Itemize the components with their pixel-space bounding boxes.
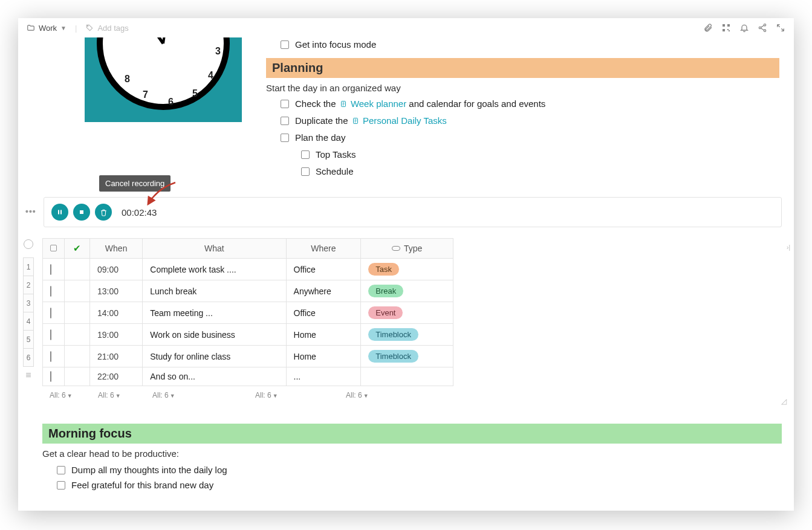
- row-number[interactable]: 5: [23, 330, 34, 349]
- table-row[interactable]: 19:00Work on side businessHomeTimeblock: [43, 324, 453, 346]
- pause-recording-button[interactable]: [51, 204, 68, 221]
- folder-icon: [27, 24, 35, 32]
- row-number[interactable]: 2: [23, 276, 34, 294]
- morning-focus-header: Morning focus: [42, 424, 782, 444]
- cell-where[interactable]: Office: [286, 259, 361, 280]
- footer-cell[interactable]: All: 6▼: [145, 389, 248, 402]
- item-text: Check the Week planner and calendar for …: [295, 99, 545, 109]
- header-type[interactable]: Type: [361, 239, 453, 259]
- attachment-icon[interactable]: [703, 23, 713, 33]
- row-number[interactable]: 6: [23, 348, 34, 367]
- cell-type[interactable]: Task: [361, 259, 453, 280]
- planning-item-1: Duplicate the Personal Daily Tasks: [266, 114, 779, 131]
- add-row-button[interactable]: ≡: [23, 370, 34, 381]
- table-row[interactable]: 13:00Lunch breakAnywhereBreak: [43, 280, 453, 302]
- svg-rect-13: [80, 210, 83, 214]
- header-where[interactable]: Where: [286, 239, 361, 259]
- top-bar: Work ▼ | Add tags: [18, 18, 794, 37]
- cell-type[interactable]: Event: [361, 302, 453, 324]
- table-header-row: ✔ When What Where Type: [43, 239, 453, 259]
- footer-cell[interactable]: All: 6▼: [42, 389, 91, 402]
- recording-block: Cancel recording ••• 00:02:4: [42, 197, 782, 227]
- doc-icon: [352, 116, 359, 123]
- qr-icon[interactable]: [721, 23, 731, 33]
- expand-columns-icon[interactable]: ›|: [787, 244, 790, 251]
- cell-what[interactable]: And so on...: [143, 367, 286, 386]
- cell-type[interactable]: Timeblock: [361, 324, 453, 346]
- header-checkbox-col[interactable]: [43, 239, 65, 259]
- type-pill: Event: [368, 306, 403, 319]
- row-checkbox[interactable]: [50, 351, 51, 362]
- row-select-all[interactable]: [24, 239, 33, 249]
- schedule-table: ✔ When What Where Type 09:00Complete wor…: [42, 238, 453, 386]
- check-icon: ✔: [73, 243, 81, 253]
- row-number[interactable]: 4: [23, 312, 34, 331]
- footer-cell[interactable]: All: 6▼: [339, 389, 420, 402]
- checkbox[interactable]: [57, 481, 65, 490]
- stop-recording-button[interactable]: [73, 204, 90, 221]
- breadcrumb[interactable]: Work: [39, 24, 57, 33]
- checkbox[interactable]: [301, 167, 310, 176]
- cell-when[interactable]: 21:00: [90, 346, 143, 367]
- chevron-down-icon[interactable]: ▼: [60, 25, 67, 31]
- cell-what[interactable]: Work on side business: [143, 324, 286, 346]
- add-tags[interactable]: Add tags: [97, 24, 128, 33]
- checkbox[interactable]: [57, 466, 65, 474]
- item-text: Plan the day: [295, 132, 345, 143]
- cell-when[interactable]: 22:00: [90, 367, 143, 386]
- table-row[interactable]: 22:00And so on......: [43, 367, 453, 386]
- cell-where[interactable]: Anywhere: [286, 280, 361, 302]
- row-checkbox[interactable]: [50, 371, 51, 382]
- cell-where[interactable]: Home: [286, 324, 361, 346]
- cell-when[interactable]: 09:00: [90, 259, 143, 280]
- checkbox[interactable]: [281, 100, 289, 108]
- cell-what[interactable]: Team meeting ...: [143, 302, 286, 324]
- planning-header: Planning: [266, 58, 779, 78]
- header-done-col[interactable]: ✔: [65, 239, 90, 259]
- row-gutter: 1 2 3 4 5 6 ≡: [23, 257, 34, 381]
- checkbox[interactable]: [301, 150, 310, 159]
- row-checkbox[interactable]: [50, 264, 51, 275]
- checkbox[interactable]: [281, 40, 289, 49]
- cell-where[interactable]: Home: [286, 346, 361, 367]
- cell-type[interactable]: Timeblock: [361, 346, 453, 367]
- checkbox[interactable]: [281, 134, 289, 142]
- footer-cell[interactable]: All: 6▼: [248, 389, 339, 402]
- item-text: Duplicate the Personal Daily Tasks: [295, 115, 447, 126]
- row-number[interactable]: 3: [23, 294, 34, 312]
- row-checkbox[interactable]: [50, 286, 51, 297]
- expand-icon[interactable]: [776, 23, 785, 33]
- doc-icon: [340, 99, 347, 106]
- table-row[interactable]: 14:00Team meeting ...OfficeEvent: [43, 302, 453, 324]
- resize-handle-icon[interactable]: ◿: [781, 397, 787, 406]
- header-what[interactable]: What: [143, 239, 286, 259]
- cell-where[interactable]: Office: [286, 302, 361, 324]
- row-checkbox[interactable]: [50, 329, 51, 340]
- cancel-recording-button[interactable]: [95, 204, 112, 221]
- header-when[interactable]: When: [90, 239, 143, 259]
- cell-when[interactable]: 14:00: [90, 302, 143, 324]
- task-focus-mode: Get into focus mode: [266, 37, 779, 54]
- personal-daily-tasks-link[interactable]: Personal Daily Tasks: [363, 115, 447, 126]
- table-row[interactable]: 21:00Study for online classHomeTimeblock: [43, 346, 453, 367]
- table-row[interactable]: 09:00Complete work task ....OfficeTask: [43, 259, 453, 280]
- cell-where[interactable]: ...: [286, 367, 361, 386]
- week-planner-link[interactable]: Week planner: [351, 99, 406, 109]
- cell-when[interactable]: 19:00: [90, 324, 143, 346]
- row-checkbox[interactable]: [50, 308, 51, 318]
- share-icon[interactable]: [758, 23, 767, 33]
- cell-type[interactable]: Break: [361, 280, 453, 302]
- cell-type[interactable]: [361, 367, 453, 386]
- cell-what[interactable]: Lunch break: [143, 280, 286, 302]
- planning-sub-1: Schedule: [266, 164, 779, 181]
- svg-rect-1: [723, 24, 725, 27]
- item-text: Feel grateful for this brand new day: [71, 480, 213, 490]
- footer-cell[interactable]: All: 6▼: [91, 389, 145, 402]
- cell-what[interactable]: Study for online class: [143, 346, 286, 367]
- row-number[interactable]: 1: [23, 257, 34, 276]
- bell-icon[interactable]: [739, 23, 749, 33]
- more-icon[interactable]: •••: [25, 207, 36, 216]
- cell-what[interactable]: Complete work task ....: [143, 259, 286, 280]
- checkbox[interactable]: [281, 117, 289, 125]
- cell-when[interactable]: 13:00: [90, 280, 143, 302]
